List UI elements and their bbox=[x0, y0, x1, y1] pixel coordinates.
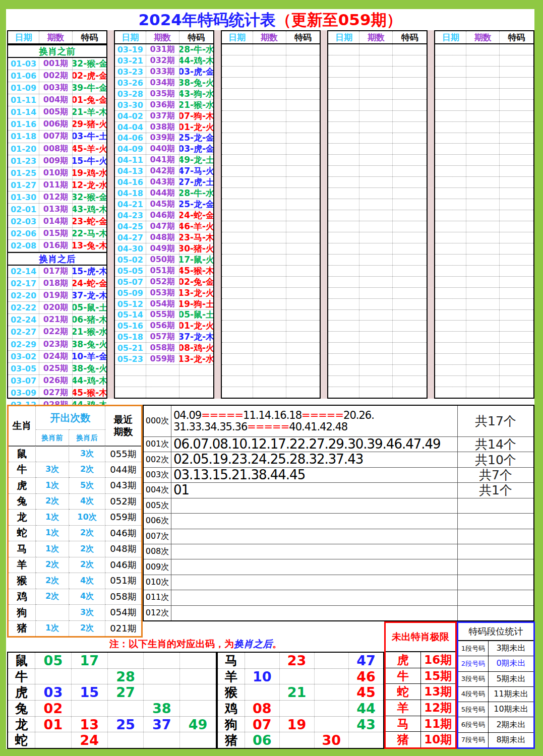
date-cell bbox=[435, 310, 466, 321]
period-cell: 023期 bbox=[39, 339, 73, 350]
period-cell bbox=[359, 343, 393, 353]
period-cell bbox=[253, 332, 286, 342]
code-cell bbox=[286, 122, 320, 133]
freq-numbers bbox=[171, 559, 458, 574]
period-header: 期数 bbox=[359, 31, 393, 43]
date-cell: 03-28 bbox=[115, 89, 146, 99]
table-row: 02-20019期37-龙-木 bbox=[8, 290, 106, 302]
period-cell bbox=[466, 243, 500, 254]
period-cell bbox=[466, 166, 500, 176]
table-row bbox=[222, 188, 320, 199]
period-cell bbox=[359, 67, 393, 77]
period-cell: 055期 bbox=[146, 310, 179, 321]
freq-row: 000次04.09=====11.14.16.18=====20.26.31.3… bbox=[144, 406, 533, 437]
table-row bbox=[328, 354, 427, 365]
table-row bbox=[222, 155, 320, 166]
table-row: 03-23033期03-虎-金 bbox=[115, 67, 213, 78]
segment-row: 4段号码11期未出 bbox=[458, 687, 533, 702]
period-cell bbox=[466, 100, 500, 110]
period-cell bbox=[253, 232, 286, 243]
period-cell bbox=[359, 365, 393, 375]
code-cell bbox=[286, 243, 320, 254]
number-cell bbox=[280, 669, 315, 684]
date-cell bbox=[222, 387, 253, 398]
table-row bbox=[222, 332, 320, 343]
table-row: 03-28035期43-狗-水 bbox=[115, 89, 213, 100]
period-cell: 006期 bbox=[39, 118, 73, 130]
date-cell bbox=[222, 188, 253, 199]
recent-period: 052期 bbox=[105, 493, 141, 510]
period-cell bbox=[253, 266, 286, 276]
bottom-row: 虎031527 bbox=[8, 684, 216, 701]
period-cell bbox=[359, 188, 393, 199]
table-row: 01-27011期12-龙-水 bbox=[8, 179, 106, 192]
table-row bbox=[222, 255, 320, 266]
period-header: 期数 bbox=[146, 31, 179, 43]
number-cell: 25 bbox=[108, 717, 144, 732]
top-tables: 日期期数特码换肖之前01-03001期32-猴-金01-06002期02-虎-金… bbox=[7, 30, 534, 399]
table-header-row: 日期期数特码 bbox=[435, 31, 533, 44]
table-row: 05-09053期13-龙-火 bbox=[115, 288, 213, 299]
zodiac-name: 马 bbox=[9, 541, 36, 557]
group-divider bbox=[428, 30, 434, 399]
date-cell: 04-30 bbox=[115, 243, 146, 254]
missing-row: 虎16期 bbox=[386, 652, 455, 668]
before-count: 1次 bbox=[36, 541, 69, 557]
code-cell bbox=[500, 321, 533, 331]
segment-row: 3段号码5期未出 bbox=[458, 672, 533, 687]
table-row: 04-27048期23-马-木 bbox=[115, 232, 213, 243]
period-cell bbox=[359, 232, 393, 243]
segment-label: 2段号码 bbox=[458, 656, 489, 671]
period-cell bbox=[466, 188, 500, 199]
code-cell bbox=[500, 332, 533, 342]
freq-count-label: 009次 bbox=[144, 559, 171, 574]
segment-stats-title: 特码段位统计 bbox=[458, 623, 533, 641]
missing-zodiac: 蛇 bbox=[386, 684, 421, 700]
date-cell bbox=[435, 288, 466, 298]
period-cell: 015期 bbox=[39, 228, 73, 239]
table-row bbox=[435, 243, 533, 255]
code-cell bbox=[393, 166, 427, 176]
bottom-left-table: 鼠0517牛28虎031527兔0238龙0113253749蛇24 bbox=[7, 652, 217, 749]
table-row bbox=[222, 89, 320, 100]
code-cell bbox=[286, 111, 320, 121]
code-cell bbox=[286, 44, 320, 55]
table-row bbox=[435, 365, 533, 376]
freq-segment: 20.26. bbox=[343, 409, 374, 421]
bottom-row: 羊1046 bbox=[218, 669, 383, 685]
period-cell bbox=[466, 332, 500, 342]
freq-total: 共14个 bbox=[458, 437, 533, 452]
number-cell: 03 bbox=[35, 684, 72, 700]
freq-numbers bbox=[171, 544, 458, 559]
freq-count-label: 006次 bbox=[144, 514, 171, 528]
table-row bbox=[435, 354, 533, 365]
date-cell: 02-27 bbox=[8, 326, 39, 338]
table-row bbox=[222, 299, 320, 310]
table-row: 02-29023期38-兔-火 bbox=[8, 339, 106, 351]
freq-count-label: 007次 bbox=[144, 529, 171, 544]
code-cell bbox=[286, 210, 320, 221]
freq-numbers: 06.07.08.10.12.17.22.27.29.30.39.46.47.4… bbox=[171, 437, 458, 452]
date-cell: 03-30 bbox=[115, 100, 146, 110]
number-cell bbox=[144, 684, 180, 700]
table-row: 05-18057期37-龙-木 bbox=[115, 332, 213, 343]
freq-line: 06.07.08.10.12.17.22.27.29.30.39.46.47.4… bbox=[173, 437, 457, 451]
freq-total: 共10个 bbox=[458, 452, 533, 467]
code-cell: 01-兔-金 bbox=[73, 94, 106, 106]
table-row bbox=[435, 310, 533, 321]
date-cell bbox=[222, 221, 253, 232]
code-cell bbox=[393, 89, 427, 99]
table-row bbox=[328, 266, 427, 277]
date-cell bbox=[222, 376, 253, 387]
table-row: 04-23046期24-蛇-金 bbox=[115, 210, 213, 221]
segment-row: 2段号码0期未出 bbox=[458, 656, 533, 671]
before-count bbox=[36, 604, 69, 620]
period-cell bbox=[466, 365, 500, 375]
number-cell: 37 bbox=[144, 717, 180, 732]
period-cell: 043期 bbox=[146, 177, 179, 187]
zodiac-name: 猪 bbox=[9, 620, 36, 637]
period-table-group: 日期期数特码 bbox=[221, 30, 321, 399]
zodiac-name: 兔 bbox=[9, 493, 36, 510]
code-cell: 24-蛇-金 bbox=[179, 210, 213, 221]
date-cell: 05-09 bbox=[115, 288, 146, 298]
